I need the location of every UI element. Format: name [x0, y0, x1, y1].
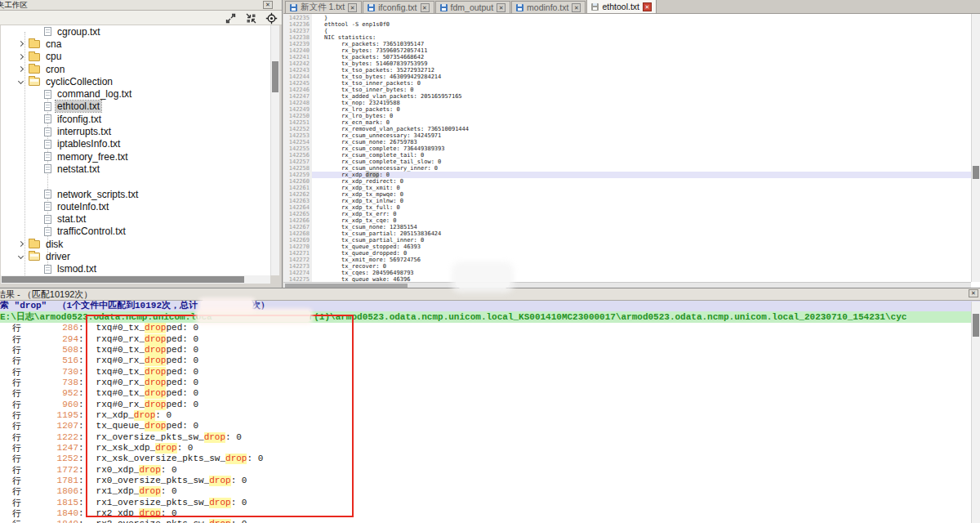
- editor-body[interactable]: 1422351422361422371422381422391422401422…: [283, 14, 971, 282]
- row-colon: :: [78, 367, 84, 378]
- row-line-number: 960: [21, 400, 78, 410]
- tree-item-driver[interactable]: driver: [1, 250, 270, 262]
- search-result-row[interactable]: 行1252:rx_xsk_oversize_pkts_sw_drop: 0: [0, 454, 971, 464]
- search-result-row[interactable]: 行508:txq#0_tx_dropped: 0: [0, 345, 971, 355]
- search-result-row[interactable]: 行1772:rx0_xdp_drop: 0: [0, 464, 971, 475]
- search-result-row[interactable]: 行516:rxq#0_rx_dropped: 0: [0, 355, 971, 366]
- close-icon[interactable]: ✕: [263, 1, 273, 9]
- search-result-row[interactable]: 行1207:tx_queue_dropped: 0: [0, 421, 971, 431]
- line-number: 142260: [283, 178, 310, 185]
- code-text: rx_xdp_: [324, 172, 366, 178]
- chevron-right-icon[interactable]: [18, 54, 24, 60]
- scrollbar-thumb[interactable]: [272, 61, 278, 92]
- tree-item-network-scripts-txt[interactable]: network_scripts.txt: [1, 188, 270, 200]
- editor-vertical-scrollbar[interactable]: [971, 14, 980, 282]
- tree-item-stat-txt[interactable]: stat.txt: [1, 212, 270, 225]
- tree-item-ethtool-txt[interactable]: ethtool.txt: [1, 101, 270, 113]
- tree-item-cycliccollection[interactable]: cyclicCollection: [1, 75, 270, 87]
- close-icon[interactable]: ✕: [969, 289, 978, 297]
- row-line-label: 行: [12, 378, 21, 388]
- row-colon: :: [78, 400, 84, 410]
- search-result-row[interactable]: 行1815:rx1_oversize_pkts_sw_drop: 0: [0, 498, 971, 508]
- tree-horizontal-scrollbar[interactable]: [1, 275, 270, 284]
- search-result-row[interactable]: 行1195:rx_xdp_drop: 0: [0, 410, 971, 421]
- tree-item-command-log-txt[interactable]: command_log.txt: [1, 87, 270, 100]
- redacted-gap: [212, 311, 309, 323]
- tab--1-txt[interactable]: 新文件 1.txt✕: [285, 1, 362, 13]
- tree-item-iptablesinfo-txt[interactable]: iptablesInfo.txt: [1, 138, 270, 150]
- chevron-right-icon[interactable]: [18, 241, 24, 247]
- tab-ifconfig-txt[interactable]: ifconfig.txt✕: [363, 1, 434, 13]
- close-icon[interactable]: ✕: [348, 3, 357, 12]
- text-content[interactable]: }ethtool -S enp1s0f0{NIC statistics: rx_…: [312, 14, 971, 282]
- tree-item-cgroup-txt[interactable]: cgroup.txt: [1, 25, 270, 38]
- tree-item-interrupts-txt[interactable]: interrupts.txt: [1, 125, 270, 137]
- tab-fdm-output[interactable]: fdm_output✕: [435, 1, 511, 13]
- row-colon: :: [78, 345, 84, 355]
- collapse-all-icon[interactable]: [245, 11, 258, 25]
- tree-item-label: trafficControl.txt: [56, 226, 127, 237]
- search-result-row[interactable]: 行738:rxq#0_rx_dropped: 0: [0, 378, 971, 388]
- chevron-right-icon[interactable]: [18, 66, 24, 72]
- tree-item-cron[interactable]: cron: [1, 63, 270, 75]
- folder-icon: [29, 240, 40, 248]
- selected-word-highlight: drop: [366, 172, 380, 178]
- tree-item-cna[interactable]: cna: [1, 38, 270, 50]
- search-result-row[interactable]: 行960:rxq#0_rx_dropped: 0: [0, 399, 971, 409]
- search-result-row[interactable]: 行1247:rx_xsk_xdp_drop: 0: [0, 443, 971, 454]
- tree-item-trafficcontrol-txt[interactable]: trafficControl.txt: [1, 226, 270, 238]
- search-result-file-path[interactable]: E:\日志\armod0523.odata.ncmp.unicom.loca r…: [0, 311, 980, 323]
- chevron-right-icon[interactable]: [18, 41, 24, 47]
- close-icon[interactable]: ✕: [572, 3, 581, 12]
- search-result-row[interactable]: 行1781:rx0_oversize_pkts_sw_drop: 0: [0, 476, 971, 486]
- chevron-down-icon[interactable]: [18, 78, 24, 84]
- tree-item-cpu[interactable]: cpu: [1, 51, 270, 63]
- editor-tab-bar: 新文件 1.txt✕ifconfig.txt✕fdm_output✕modinf…: [283, 0, 980, 14]
- scrollbar-thumb[interactable]: [973, 166, 979, 179]
- row-line-label: 行: [12, 345, 21, 355]
- tab-label: modinfo.txt: [527, 2, 568, 12]
- code-line: tx_csum_partial_inner: 0: [312, 237, 971, 244]
- chevron-down-icon[interactable]: [18, 253, 24, 259]
- search-result-row[interactable]: 行294:rxq#0_rx_dropped: 0: [0, 333, 971, 344]
- tree-item-routeinfo-txt[interactable]: routeInfo.txt: [1, 200, 270, 212]
- tab-modinfo-txt[interactable]: modinfo.txt✕: [511, 1, 586, 13]
- row-line-number: 1195: [21, 410, 78, 421]
- code-line: rx_xdp_tx_full: 0: [312, 204, 971, 211]
- search-result-row[interactable]: 行1849:rx2_oversize_pkts_sw_drop: 0: [0, 519, 971, 523]
- tab-ethtool-txt[interactable]: ethtool.txt✕: [586, 0, 657, 13]
- workspace-panel-title: 夹工作区: [0, 0, 28, 9]
- search-result-row[interactable]: 行1222:rx_oversize_pkts_sw_drop: 0: [0, 431, 971, 442]
- editor-horizontal-scrollbar[interactable]: [283, 282, 971, 288]
- scrollbar-thumb[interactable]: [2, 276, 244, 283]
- row-text: txq#0_tx_: [96, 367, 145, 378]
- code-line: tx_tso_inner_bytes: 0: [312, 87, 971, 93]
- tree-item-memory-free-txt[interactable]: memory_free.txt: [1, 150, 270, 163]
- results-vertical-scrollbar[interactable]: [971, 302, 980, 523]
- search-summary-suffix: 次）: [252, 301, 270, 311]
- tree-item-lsmod-txt[interactable]: lsmod.txt: [1, 263, 270, 275]
- expand-all-icon[interactable]: [225, 11, 238, 25]
- row-colon: :: [78, 486, 84, 497]
- tree-item-disk[interactable]: disk: [1, 238, 270, 250]
- file-icon: [44, 215, 51, 224]
- scrollbar-thumb[interactable]: [973, 314, 979, 337]
- tree-item-ifconfig-txt[interactable]: ifconfig.txt: [1, 113, 270, 125]
- row-text: : 0: [231, 519, 247, 523]
- close-icon[interactable]: ✕: [497, 3, 506, 12]
- code-line: tx_csum_partial: 205153836424: [312, 230, 971, 237]
- locate-current-file-icon[interactable]: [265, 11, 278, 25]
- tree-vertical-scrollbar[interactable]: [270, 25, 279, 275]
- close-icon[interactable]: ✕: [643, 2, 652, 11]
- folder-icon: [29, 53, 40, 61]
- search-result-row[interactable]: 行730:txq#0_tx_dropped: 0: [0, 366, 971, 377]
- search-result-row[interactable]: 行952:txq#0_tx_dropped: 0: [0, 388, 971, 399]
- tree-item-netstat-txt[interactable]: netstat.txt: [1, 163, 270, 175]
- search-result-row[interactable]: 行1806:rx1_xdp_drop: 0: [0, 486, 971, 497]
- search-result-row[interactable]: 行1840:rx2_xdp_drop: 0: [0, 508, 971, 519]
- row-line-number: 286: [21, 323, 78, 333]
- line-number: 142249: [283, 106, 310, 113]
- row-text: tx_queue_: [96, 421, 145, 431]
- close-icon[interactable]: ✕: [421, 3, 430, 12]
- search-result-row[interactable]: 行286:txq#0_tx_dropped: 0: [0, 323, 971, 333]
